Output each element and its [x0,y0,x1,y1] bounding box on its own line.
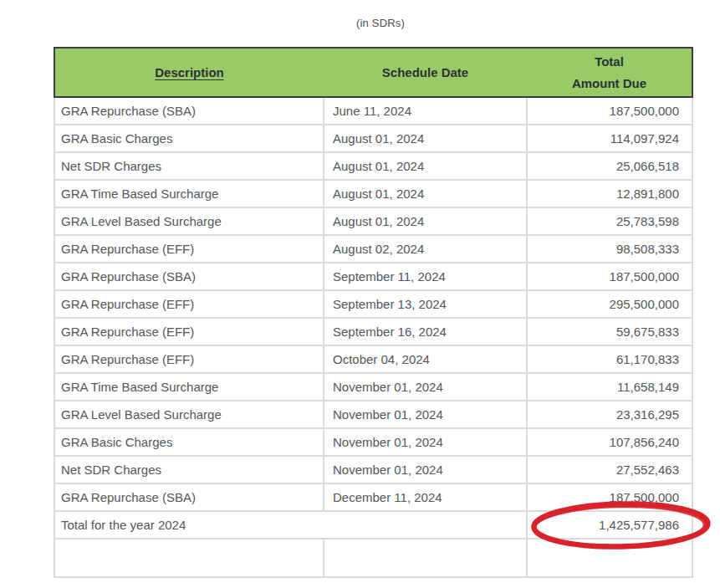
table-header: Description Schedule Date Total Amount D… [54,48,692,97]
cell-description: GRA Repurchase (EFF) [54,235,324,263]
cell-schedule-date: June 11, 2024 [324,97,527,125]
cell-schedule-date: October 04, 2024 [324,345,527,373]
table-footer: Total for the year 2024 1,425,577,986 [54,511,692,577]
cell-schedule-date: December 11, 2024 [324,483,527,511]
cell-amount: 59,675,833 [527,318,692,345]
cell-description: GRA Basic Charges [54,125,324,152]
table-row: GRA Basic Charges November 01, 2024 107,… [54,428,692,456]
column-header-total-amount-due: Total Amount Due [527,48,692,97]
cell-amount: 11,658,149 [527,373,692,401]
table-row: GRA Repurchase (SBA) June 11, 2024 187,5… [54,97,692,125]
header-row: Description Schedule Date Total Amount D… [54,48,692,97]
cell-amount: 114,097,924 [527,125,692,152]
cell-description: Net SDR Charges [54,152,324,180]
cell-schedule-date: November 01, 2024 [324,401,527,428]
cell-amount: 295,500,000 [527,290,692,318]
table-row: GRA Basic Charges August 01, 2024 114,09… [54,125,692,152]
cell-amount: 187,500,000 [527,97,692,125]
cell-description: GRA Repurchase (SBA) [54,263,324,290]
cell-amount: 187,500,000 [527,483,692,511]
cell-description: GRA Repurchase (SBA) [54,97,324,125]
table-row: GRA Repurchase (EFF) October 04, 2024 61… [54,345,692,373]
column-header-total-line1: Total [527,51,692,73]
total-row-label: Total for the year 2024 [54,511,527,539]
total-row: Total for the year 2024 1,425,577,986 [54,511,692,539]
cell-amount: 25,783,598 [527,207,692,235]
cell-amount: 23,316,295 [527,401,692,428]
cell-description: GRA Time Based Surcharge [54,180,324,207]
cell-amount: 27,552,463 [527,456,692,483]
total-amount-value: 1,425,577,986 [599,518,679,532]
cell-description: GRA Time Based Surcharge [54,373,324,401]
cell-schedule-date: September 11, 2024 [324,263,527,290]
cell-schedule-date: August 01, 2024 [324,180,527,207]
cell-schedule-date: August 01, 2024 [324,207,527,235]
total-row-amount-cell: 1,425,577,986 [527,511,692,539]
cell-description: GRA Repurchase (EFF) [54,290,324,318]
cell-amount: 107,856,240 [527,428,692,456]
cell-description: GRA Repurchase (SBA) [54,483,324,511]
cell-description: GRA Repurchase (EFF) [54,318,324,345]
payment-schedule-table-container: Description Schedule Date Total Amount D… [54,47,693,578]
clipped-cell [324,539,527,577]
cell-schedule-date: November 01, 2024 [324,456,527,483]
column-header-total-line2: Amount Due [527,73,692,95]
cell-description: GRA Repurchase (EFF) [54,345,324,373]
cell-schedule-date: November 01, 2024 [324,428,527,456]
column-header-schedule-date: Schedule Date [324,48,527,97]
cell-description: GRA Level Based Surcharge [54,207,324,235]
table-unit-caption: (in SDRs) [54,17,707,29]
table-row: GRA Repurchase (EFF) August 02, 2024 98,… [54,235,692,263]
table-row: GRA Level Based Surcharge August 01, 202… [54,207,692,235]
cell-schedule-date: September 13, 2024 [324,290,527,318]
cell-amount: 98,508,333 [527,235,692,263]
table-row: GRA Repurchase (SBA) September 11, 2024 … [54,263,692,290]
table-row: GRA Time Based Surcharge August 01, 2024… [54,180,692,207]
table-row: Net SDR Charges August 01, 2024 25,066,5… [54,152,692,180]
table-row: GRA Repurchase (EFF) September 13, 2024 … [54,290,692,318]
table-row: GRA Level Based Surcharge November 01, 2… [54,401,692,428]
cell-amount: 187,500,000 [527,263,692,290]
cell-schedule-date: November 01, 2024 [324,373,527,401]
cell-amount: 61,170,833 [527,345,692,373]
cell-schedule-date: September 16, 2024 [324,318,527,345]
column-header-description-label[interactable]: Description [155,65,224,79]
table-row-clipped [54,539,692,577]
table-row: GRA Repurchase (SBA) December 11, 2024 1… [54,483,692,511]
cell-schedule-date: August 02, 2024 [324,235,527,263]
table-row: GRA Repurchase (EFF) September 16, 2024 … [54,318,692,345]
table-row: GRA Time Based Surcharge November 01, 20… [54,373,692,401]
cell-amount: 12,891,800 [527,180,692,207]
table-row: Net SDR Charges November 01, 2024 27,552… [54,456,692,483]
cell-description: GRA Level Based Surcharge [54,401,324,428]
column-header-description[interactable]: Description [54,48,324,97]
table-body: GRA Repurchase (SBA) June 11, 2024 187,5… [54,97,692,511]
cell-schedule-date: August 01, 2024 [324,152,527,180]
clipped-cell [54,539,324,577]
cell-schedule-date: August 01, 2024 [324,125,527,152]
clipped-cell [527,539,692,577]
cell-amount: 25,066,518 [527,152,692,180]
cell-description: GRA Basic Charges [54,428,324,456]
payment-schedule-table: Description Schedule Date Total Amount D… [54,47,693,578]
cell-description: Net SDR Charges [54,456,324,483]
